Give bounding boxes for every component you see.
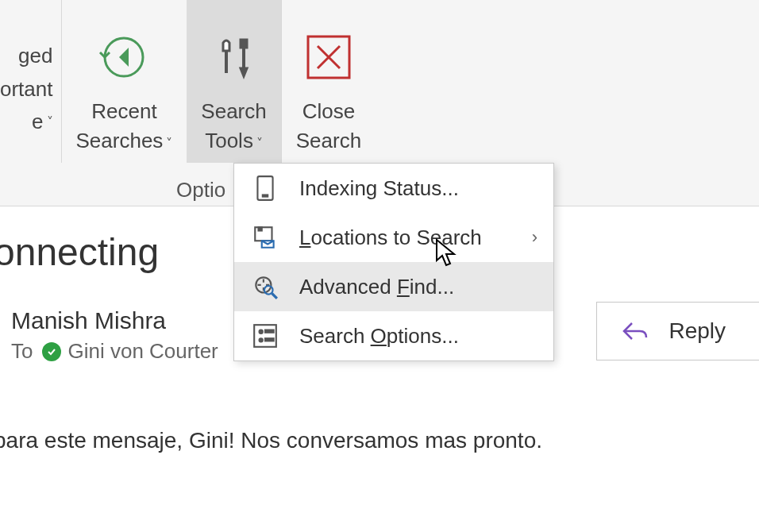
svg-rect-13	[265, 338, 274, 341]
close-search-label: Close Search	[296, 97, 361, 156]
recent-searches-icon	[98, 32, 149, 83]
verified-check-icon	[42, 342, 61, 361]
recipient-name: Gini von Courter	[67, 339, 218, 364]
svg-rect-4	[263, 195, 268, 197]
ribbon-buttons: ged ortant e˅ Recent Searches˅	[0, 0, 759, 163]
svg-point-10	[260, 330, 263, 333]
menu-search-options[interactable]: Search Options...	[234, 311, 553, 360]
reply-label: Reply	[668, 318, 726, 344]
menu-advanced-find[interactable]: Advanced Find...	[234, 262, 553, 311]
menu-label: Search Options...	[299, 324, 459, 349]
partial-ribbon-group: ged ortant e˅	[0, 0, 62, 163]
reply-icon	[621, 317, 649, 345]
partial-item-important[interactable]: ortant	[0, 73, 53, 106]
svg-rect-9	[254, 325, 276, 347]
chevron-down-icon: ˅	[166, 134, 172, 152]
search-options-icon	[252, 322, 279, 349]
recent-searches-label: Recent Searches˅	[76, 97, 173, 156]
close-search-button[interactable]: Close Search	[282, 0, 376, 163]
to-label: To	[11, 339, 33, 364]
sender-details: Manish Mishra To Gini von Courter	[11, 307, 218, 364]
svg-rect-1	[241, 40, 247, 48]
indexing-status-icon	[252, 175, 279, 202]
svg-point-12	[260, 338, 263, 341]
sender-name: Manish Mishra	[11, 307, 218, 334]
svg-rect-6	[259, 227, 262, 230]
menu-label: Advanced Find...	[299, 275, 454, 299]
reply-button[interactable]: Reply	[596, 302, 759, 360]
advanced-find-icon	[252, 273, 279, 300]
menu-locations-to-search[interactable]: Locations to Search ›	[234, 213, 553, 262]
search-tools-icon	[209, 32, 260, 83]
menu-indexing-status[interactable]: Indexing Status...	[234, 164, 553, 213]
chevron-down-icon: ˅	[47, 112, 53, 133]
message-body: para este mensaje, Gini! Nos conversamos…	[0, 424, 759, 457]
search-tools-button[interactable]: Search Tools˅	[187, 0, 280, 163]
chevron-right-icon: ›	[532, 227, 537, 248]
menu-label: Locations to Search	[299, 226, 482, 250]
svg-rect-11	[265, 330, 274, 333]
locations-icon	[252, 224, 279, 251]
partial-item-more[interactable]: e˅	[32, 106, 52, 139]
chevron-down-icon: ˅	[256, 134, 263, 152]
ribbon-group-label: Optio	[176, 178, 225, 202]
menu-label: Indexing Status...	[299, 176, 459, 201]
partial-item-flagged[interactable]: ged	[18, 40, 52, 73]
recent-searches-button[interactable]: Recent Searches˅	[62, 0, 187, 163]
to-row: To Gini von Courter	[11, 339, 218, 364]
close-search-icon	[303, 32, 354, 83]
search-tools-label: Search Tools˅	[201, 97, 266, 156]
search-tools-dropdown: Indexing Status... Locations to Search ›…	[233, 163, 554, 361]
